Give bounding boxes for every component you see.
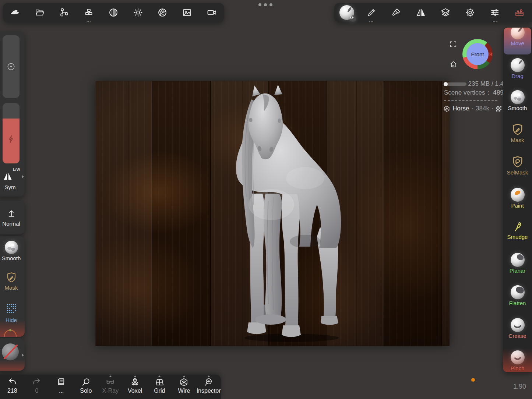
layers-button[interactable] — [438, 5, 453, 20]
tool-paint[interactable]: Paint — [503, 188, 532, 209]
planar-sphere-icon — [511, 253, 525, 267]
expand-caret-icon[interactable] — [22, 354, 24, 357]
painting-brush-icon — [391, 7, 401, 18]
drag-sphere-icon — [511, 58, 525, 72]
active-tool-button[interactable] — [339, 5, 355, 20]
undo-button[interactable]: 218 — [1, 377, 24, 399]
sculpt-viewport[interactable] — [95, 81, 450, 346]
drag-dots-icon[interactable] — [258, 3, 272, 6]
wireframe-icon — [179, 377, 189, 387]
tool-drag[interactable]: Drag — [503, 58, 532, 79]
grid-button[interactable]: Grid — [148, 377, 171, 399]
voxel-button[interactable]: Voxel — [124, 377, 147, 399]
history-notebook-icon — [56, 377, 66, 387]
redo-arrow-icon — [32, 377, 42, 387]
tool-crease[interactable]: Crease — [503, 318, 532, 339]
tool-mask[interactable]: Mask — [503, 123, 532, 143]
top-left-toolbar: ... — [3, 3, 224, 22]
expand-caret-icon[interactable] — [22, 175, 24, 178]
nomad-logo-icon — [10, 7, 21, 18]
normal-label: Normal — [0, 220, 25, 227]
object-vertices: 384k — [476, 105, 489, 112]
app-version: 1.90 — [513, 383, 526, 391]
bottom-toolbar: 218 0 ... Solo X-Ray Voxel Grid Wire Ins… — [0, 375, 221, 399]
interface-button[interactable]: ... — [487, 5, 503, 20]
radius-slider[interactable] — [3, 35, 20, 98]
symmetry-button[interactable] — [413, 5, 429, 20]
tool-selmask[interactable]: SelMask — [503, 155, 532, 176]
object-name: Horse — [452, 105, 469, 112]
tool-smooth[interactable]: Smooth — [503, 90, 532, 111]
lighting-button[interactable] — [130, 5, 146, 20]
horse-model[interactable] — [227, 83, 346, 345]
material-matcap-icon — [108, 7, 119, 18]
painting-button[interactable] — [388, 5, 404, 20]
update-notification-dot[interactable] — [471, 378, 475, 382]
hide-shortcut[interactable]: Hide — [0, 303, 25, 323]
tool-planar[interactable]: Planar — [503, 253, 532, 274]
memory-progress-dot — [444, 82, 448, 86]
voxel-label: Voxel — [128, 388, 142, 394]
inspector-button[interactable]: Inspector — [197, 377, 220, 399]
gizmo-right-face[interactable]: R — [489, 52, 492, 56]
caret-up-icon — [158, 375, 161, 377]
quick-tools-panel: Smooth Mask Hide — [0, 236, 25, 337]
object-row[interactable]: Horse · 384k · — [443, 105, 501, 112]
view-gizmo[interactable]: Front R — [462, 39, 493, 69]
symmetry-mirror-icon — [416, 7, 426, 18]
topology-blocks-icon — [84, 7, 94, 18]
material-button[interactable] — [106, 5, 121, 20]
radius-dot-icon — [6, 62, 16, 71]
move-sphere-icon — [511, 28, 525, 39]
history-button[interactable]: ... — [50, 377, 73, 399]
home-icon[interactable] — [449, 60, 458, 68]
stroke-direction-panel[interactable]: Normal — [0, 201, 25, 234]
history-more-label: ... — [59, 388, 64, 394]
gizmo-peek-icon[interactable] — [1, 327, 19, 337]
solo-button[interactable]: Solo — [74, 377, 97, 399]
toolbox-button[interactable] — [512, 5, 527, 20]
normal-arrow-icon — [6, 208, 17, 219]
caret-up-icon — [109, 375, 112, 377]
lw-toggle[interactable]: L/W — [13, 167, 20, 172]
tool-label: Smudge — [507, 234, 528, 240]
topology-button[interactable]: ... — [81, 5, 96, 20]
smooth-sphere-icon — [511, 90, 525, 104]
smooth-shortcut[interactable]: Smooth — [0, 241, 25, 261]
symmetry-triangles-icon[interactable] — [2, 171, 13, 183]
wire-button[interactable]: Wire — [173, 377, 195, 399]
undo-arrow-icon — [7, 377, 17, 387]
camera-button[interactable] — [204, 5, 219, 20]
sym-label: Sym — [0, 184, 25, 190]
mask-shortcut[interactable]: Mask — [0, 272, 25, 291]
files-button[interactable] — [32, 5, 47, 20]
tool-flatten[interactable]: Flatten — [503, 285, 532, 306]
postprocess-button[interactable] — [155, 5, 170, 20]
tool-label: Pinch — [511, 365, 525, 371]
tool-label: Flatten — [509, 300, 526, 306]
xray-button[interactable]: X-Ray — [99, 377, 122, 399]
caret-up-icon — [207, 375, 210, 377]
gizmo-front-face[interactable]: Front — [466, 43, 489, 65]
dither-checker-icon — [496, 106, 501, 112]
voxel-cubes-icon — [130, 377, 140, 387]
fullscreen-icon[interactable] — [449, 40, 457, 48]
alpha-panel[interactable] — [0, 338, 25, 371]
background-button[interactable] — [179, 5, 195, 20]
mesh-sphere-icon — [443, 105, 450, 112]
app-menu-button[interactable] — [7, 5, 23, 20]
tool-palette: Move Drag Smooth Mask SelMask Paint Smud… — [503, 28, 532, 372]
separator-dot: · — [492, 105, 494, 112]
settings-button[interactable] — [462, 5, 478, 20]
stroke-button[interactable]: ... — [364, 5, 379, 20]
memory-text: 235 MB / 1.4 — [468, 80, 504, 88]
intensity-slider[interactable] — [3, 103, 20, 163]
redo-button[interactable]: 0 — [25, 377, 48, 399]
paint-sphere-icon — [511, 188, 525, 202]
tool-pinch[interactable]: Pinch — [503, 350, 532, 371]
tool-move[interactable]: Move — [503, 28, 532, 46]
tool-smudge[interactable]: Smudge — [503, 220, 532, 240]
active-tool-sphere-icon — [339, 5, 354, 20]
grid-plane-icon — [155, 377, 165, 387]
scene-graph-button[interactable] — [57, 5, 72, 20]
